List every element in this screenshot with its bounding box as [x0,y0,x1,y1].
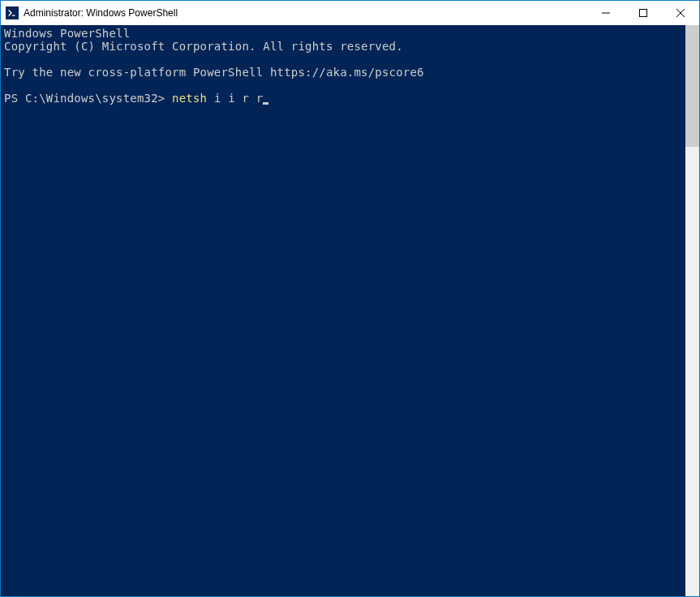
maximize-button[interactable] [625,1,662,25]
close-button[interactable] [662,1,699,25]
prompt-prefix: PS C:\Windows\system32> [4,92,172,105]
close-icon [676,9,685,17]
powershell-window: Administrator: Windows PowerShell Window [0,0,700,597]
banner-line-1: Windows PowerShell [4,27,130,40]
scrollbar-thumb[interactable] [685,25,699,147]
client-area: Windows PowerShell Copyright (C) Microso… [1,25,699,596]
terminal-output[interactable]: Windows PowerShell Copyright (C) Microso… [1,25,685,596]
try-line: Try the new cross-platform PowerShell ht… [4,66,424,79]
window-controls [587,1,699,25]
banner-line-2: Copyright (C) Microsoft Corporation. All… [4,40,403,53]
command-rest: i i r r [214,92,263,105]
text-cursor [263,102,268,105]
minimize-icon [602,9,610,17]
minimize-button[interactable] [587,1,625,25]
svg-rect-3 [640,10,647,17]
titlebar[interactable]: Administrator: Windows PowerShell [1,1,699,25]
powershell-icon [6,6,19,19]
window-title: Administrator: Windows PowerShell [24,7,587,19]
vertical-scrollbar[interactable] [685,25,699,596]
maximize-icon [639,9,647,17]
command-head: netsh [172,92,214,105]
